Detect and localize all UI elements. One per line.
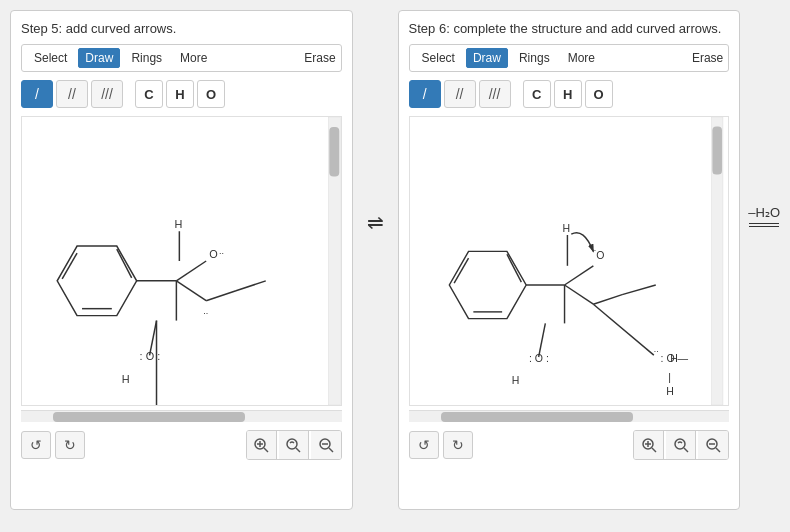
panel1-draw-area[interactable]: O .. H : O : H ..: [21, 116, 342, 406]
svg-line-55: [593, 304, 653, 355]
svg-text:H: H: [511, 374, 519, 386]
svg-line-67: [716, 448, 720, 452]
svg-line-7: [176, 281, 206, 301]
panel1-atom-c[interactable]: C: [135, 80, 163, 108]
panel2-zoom-out-btn[interactable]: [698, 431, 728, 459]
panel1-undo-redo: ↺ ↻: [21, 431, 85, 459]
panel1-zoom-out-btn[interactable]: [311, 431, 341, 459]
panel2-bond-triple[interactable]: ///: [479, 80, 511, 108]
svg-text:..: ..: [203, 306, 208, 316]
svg-point-29: [287, 439, 297, 449]
svg-line-17: [236, 281, 266, 291]
svg-text:H: H: [670, 352, 678, 364]
panel2-atom-c[interactable]: C: [523, 80, 551, 108]
svg-line-32: [329, 448, 333, 452]
panel-step5: Step 5: add curved arrows. Select Draw R…: [10, 10, 353, 510]
svg-line-40: [564, 285, 593, 304]
panel1-zoom-in-btn[interactable]: [247, 431, 277, 459]
panel1-draw-btn[interactable]: Draw: [78, 48, 120, 68]
panel1-zoom-reset-btn[interactable]: [279, 431, 309, 459]
panel1-bottom-controls: ↺ ↻: [21, 430, 342, 460]
panel1-select-btn[interactable]: Select: [27, 48, 74, 68]
svg-point-64: [675, 439, 685, 449]
panel1-atom-h[interactable]: H: [166, 80, 194, 108]
svg-line-4: [117, 249, 132, 278]
panel2-erase-btn[interactable]: Erase: [692, 51, 723, 65]
panel2-select-btn[interactable]: Select: [415, 48, 462, 68]
equilibrium-arrow: ⇌: [361, 10, 390, 234]
svg-line-61: [652, 448, 656, 452]
panel2-undo-btn[interactable]: ↺: [409, 431, 439, 459]
panel2-zoom-reset-btn[interactable]: [666, 431, 696, 459]
minus-h2o-label: –H₂O: [748, 205, 780, 220]
panel1-erase-btn[interactable]: Erase: [304, 51, 335, 65]
svg-line-26: [264, 448, 268, 452]
panel2-atom-o[interactable]: O: [585, 80, 613, 108]
svg-line-37: [507, 254, 521, 282]
panel2-rings-btn[interactable]: Rings: [512, 48, 557, 68]
svg-marker-0: [57, 246, 136, 316]
panel1-toolbar: Select Draw Rings More Erase: [21, 44, 342, 72]
svg-text:H: H: [562, 222, 570, 234]
panel2-draw-area[interactable]: H O .. : O : H: [409, 116, 730, 406]
panel2-title: Step 6: complete the structure and add c…: [409, 21, 730, 36]
svg-line-36: [454, 258, 468, 283]
svg-marker-34: [449, 251, 526, 318]
svg-text:..: ..: [219, 246, 224, 256]
panel2-bottom-controls: ↺ ↻: [409, 430, 730, 460]
panel2-atom-h[interactable]: H: [554, 80, 582, 108]
panel2-zoom-in-btn[interactable]: [634, 431, 664, 459]
svg-rect-59: [712, 127, 722, 175]
svg-line-65: [684, 448, 688, 452]
panel1-undo-btn[interactable]: ↺: [21, 431, 51, 459]
minus-h2o-section: –H₂O: [748, 10, 780, 227]
panel1-bond-triple[interactable]: ///: [91, 80, 123, 108]
svg-text:O: O: [596, 249, 604, 261]
svg-line-39: [564, 266, 593, 285]
svg-rect-24: [329, 127, 339, 177]
panel2-more-btn[interactable]: More: [561, 48, 602, 68]
svg-line-16: [206, 291, 236, 301]
panel1-svg: O .. H : O : H ..: [22, 117, 341, 405]
svg-text:|: |: [668, 371, 671, 383]
svg-line-6: [176, 261, 206, 281]
panel2-bond-single[interactable]: /: [409, 80, 441, 108]
panel2-toolbar: Select Draw Rings More Erase: [409, 44, 730, 72]
svg-line-3: [62, 253, 77, 279]
panel1-more-btn[interactable]: More: [173, 48, 214, 68]
panel1-bond-double[interactable]: //: [56, 80, 88, 108]
panel2-redo-btn[interactable]: ↻: [443, 431, 473, 459]
panel2-h-scrollbar[interactable]: [409, 410, 730, 422]
panel2-draw-tools: / // /// C H O: [409, 80, 730, 108]
svg-text:H: H: [174, 218, 182, 230]
panel2-bond-double[interactable]: //: [444, 80, 476, 108]
panel-step6: Step 6: complete the structure and add c…: [398, 10, 741, 510]
benzene-ring: [22, 117, 136, 316]
panel1-rings-btn[interactable]: Rings: [124, 48, 169, 68]
svg-line-50: [593, 295, 622, 305]
panel1-title: Step 5: add curved arrows.: [21, 21, 342, 36]
panel1-redo-btn[interactable]: ↻: [55, 431, 85, 459]
panel1-atom-o[interactable]: O: [197, 80, 225, 108]
svg-text:H: H: [666, 385, 674, 397]
panel2-undo-redo: ↺ ↻: [409, 431, 473, 459]
svg-text:H: H: [122, 373, 130, 385]
panel1-draw-tools: / // /// C H O: [21, 80, 342, 108]
svg-line-30: [296, 448, 300, 452]
svg-text:..: ..: [653, 344, 658, 354]
panel1-h-scrollbar[interactable]: [21, 410, 342, 422]
panel2-draw-btn[interactable]: Draw: [466, 48, 508, 68]
minus-h2o-line2: [749, 226, 779, 227]
minus-h2o-line1: [749, 223, 779, 224]
panel2-svg: H O .. : O : H: [410, 117, 729, 405]
svg-line-51: [622, 285, 656, 295]
panel2-zoom-controls: [633, 430, 729, 460]
svg-text:O: O: [209, 248, 217, 260]
panel1-bond-single[interactable]: /: [21, 80, 53, 108]
panel1-zoom-controls: [246, 430, 342, 460]
